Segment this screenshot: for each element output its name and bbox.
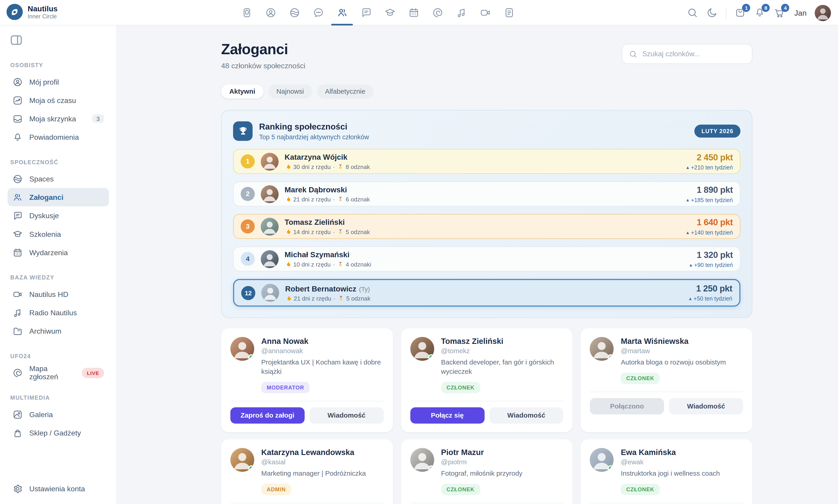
- top-nav-item[interactable]: [432, 0, 443, 25]
- sort-tab[interactable]: Aktywni: [221, 85, 263, 99]
- ranking-member-name: Robert Bernatowicz: [285, 284, 356, 293]
- divider: [726, 7, 727, 19]
- search-button[interactable]: [687, 7, 698, 18]
- meta-separator: ·: [333, 261, 335, 268]
- top-nav-item[interactable]: [408, 0, 420, 25]
- top-nav-icon: [360, 7, 371, 18]
- flame-icon: [285, 295, 292, 302]
- top-nav-item[interactable]: [479, 0, 491, 25]
- sidebar-item-settings[interactable]: Ustawienia konta: [7, 479, 109, 498]
- badge-count-text: 8 odznak: [346, 164, 370, 170]
- sidebar-item[interactable]: Dyskusje: [7, 206, 109, 225]
- avatar-person-icon: [261, 250, 279, 268]
- notifications-button[interactable]: 8: [754, 7, 766, 18]
- sidebar-item[interactable]: Wydarzenia: [7, 243, 109, 262]
- member-handle: @tomekz: [441, 347, 563, 355]
- top-nav-item[interactable]: [360, 0, 372, 25]
- top-nav-item[interactable]: [312, 0, 324, 25]
- ranking-row[interactable]: 4 Michał Szymański 10 dni z rzędu · 4 od…: [233, 247, 740, 271]
- rank-badge: 12: [241, 286, 255, 300]
- member-avatar: [230, 337, 254, 361]
- member-bio: Instruktorka jogi i wellness coach: [621, 469, 720, 478]
- sidebar-item-label: Galeria: [29, 410, 53, 418]
- sidebar-item-label: Dyskusje: [29, 212, 59, 220]
- top-nav-icon: [336, 7, 348, 18]
- sidebar-item[interactable]: Powiadomienia: [7, 128, 109, 146]
- sidebar-item[interactable]: Szkolenia: [7, 225, 109, 243]
- ranking-member-name: Tomasz Zieliński: [285, 218, 345, 227]
- cart-button[interactable]: 4: [774, 7, 785, 18]
- gear-icon: [13, 483, 23, 493]
- member-bio: Projektantka UX | Kocham kawę i dobre ks…: [261, 358, 384, 377]
- cart-count-badge: 4: [781, 4, 789, 12]
- up-arrow-icon: ▲: [685, 230, 690, 235]
- message-button[interactable]: Wiadomość: [309, 407, 384, 424]
- ranking-row[interactable]: 12 Robert Bernatowicz(Ty) 21 dni z rzędu…: [233, 279, 740, 307]
- sort-tab[interactable]: Najnowsi: [268, 85, 312, 99]
- top-nav-item[interactable]: [336, 0, 348, 25]
- member-handle: @ewak: [621, 458, 720, 466]
- presence-dot: [428, 354, 434, 360]
- avatar: [261, 250, 279, 268]
- brand[interactable]: Nautilus Inner Circle: [6, 4, 58, 20]
- weekly-gain: +90 ten tydzień: [694, 261, 733, 268]
- divider: [410, 502, 563, 503]
- sidebar-collapse-button[interactable]: [9, 33, 23, 47]
- message-button[interactable]: Wiadomość: [489, 407, 563, 424]
- sidebar-item[interactable]: Mój profil: [7, 73, 109, 91]
- sidebar-item[interactable]: Nautilus HD: [7, 285, 109, 303]
- member-bio: Backend developer, fan gór i górskich wy…: [441, 358, 563, 377]
- top-nav-item[interactable]: [503, 0, 515, 25]
- member-avatar: [230, 448, 254, 471]
- avatar: [261, 185, 279, 203]
- sidebar-item[interactable]: Moja skrzynka 3: [7, 109, 109, 128]
- top-nav-item[interactable]: [241, 0, 252, 25]
- sidebar-item-icon: [13, 113, 23, 124]
- sidebar-item[interactable]: Spaces: [7, 169, 109, 188]
- sidebar-item[interactable]: Załoganci: [7, 188, 109, 206]
- weekly-gain: +210 ten tydzień: [691, 164, 733, 170]
- user-avatar[interactable]: [815, 4, 831, 21]
- sidebar-count-badge: 3: [92, 114, 104, 123]
- badge-count-text: 6 odznak: [346, 196, 370, 202]
- ranking-row[interactable]: 2 Marek Dąbrowski 21 dni z rzędu · 6 odz…: [233, 181, 740, 206]
- ranking-row[interactable]: 3 Tomasz Zieliński 14 dni z rzędu · 5 od…: [233, 214, 740, 239]
- sidebar-item[interactable]: Sklep / Gadżety: [7, 424, 109, 442]
- sidebar-section-baza-wiedzy: BAZA WIEDZY Nautilus HD Radio Nautilus: [7, 274, 109, 340]
- top-nav-icon: [503, 7, 514, 18]
- inbox-button[interactable]: 1: [735, 7, 746, 18]
- sidebar-item[interactable]: Moja oś czasu: [7, 91, 109, 109]
- medal-icon: [337, 164, 344, 170]
- sidebar-item[interactable]: Galeria: [7, 405, 109, 424]
- top-nav-item[interactable]: [384, 0, 396, 25]
- flame-icon: [285, 196, 291, 202]
- top-nav-item[interactable]: [455, 0, 467, 25]
- ranking-row[interactable]: 1 Katarzyna Wójcik 30 dni z rzędu · 8 od…: [233, 149, 740, 174]
- rank-badge: 4: [241, 252, 255, 266]
- flame-icon: [285, 164, 291, 170]
- sidebar-item-icon: [13, 229, 23, 239]
- role-badge: CZŁONEK: [621, 373, 660, 384]
- sidebar-section-osobisty: OSOBISTY Mój profil Moja oś czasu: [7, 62, 109, 146]
- message-button[interactable]: Wiadomość: [669, 398, 743, 414]
- avatar-person-icon: [261, 185, 279, 203]
- connect-button[interactable]: Połączono: [590, 398, 664, 414]
- sidebar-section-spolecznosc: SPOŁECZNOŚĆ Spaces Załoganci: [7, 159, 109, 262]
- dark-mode-button[interactable]: [706, 7, 718, 18]
- top-nav-item[interactable]: [288, 0, 300, 25]
- connect-button[interactable]: Zaproś do załogi: [230, 407, 304, 424]
- sidebar-item-label: Moja oś czasu: [29, 96, 76, 104]
- up-arrow-icon: ▲: [689, 263, 693, 267]
- search-input[interactable]: [642, 50, 745, 58]
- sidebar-item[interactable]: Mapa zgłoszeń LIVE: [7, 363, 109, 382]
- member-avatar: [590, 337, 614, 361]
- sidebar-item[interactable]: Radio Nautilus: [7, 303, 109, 322]
- sidebar-item[interactable]: Archiwum: [7, 322, 109, 340]
- weekly-gain: +185 ten tydzień: [691, 196, 733, 203]
- member-handle: @kasial: [261, 458, 366, 466]
- connect-button[interactable]: Połącz się: [410, 407, 484, 424]
- medal-icon: [337, 196, 344, 202]
- member-handle: @piotrm: [441, 458, 522, 466]
- sort-tab[interactable]: Alfabetycznie: [317, 85, 373, 99]
- top-nav-item[interactable]: [264, 0, 277, 25]
